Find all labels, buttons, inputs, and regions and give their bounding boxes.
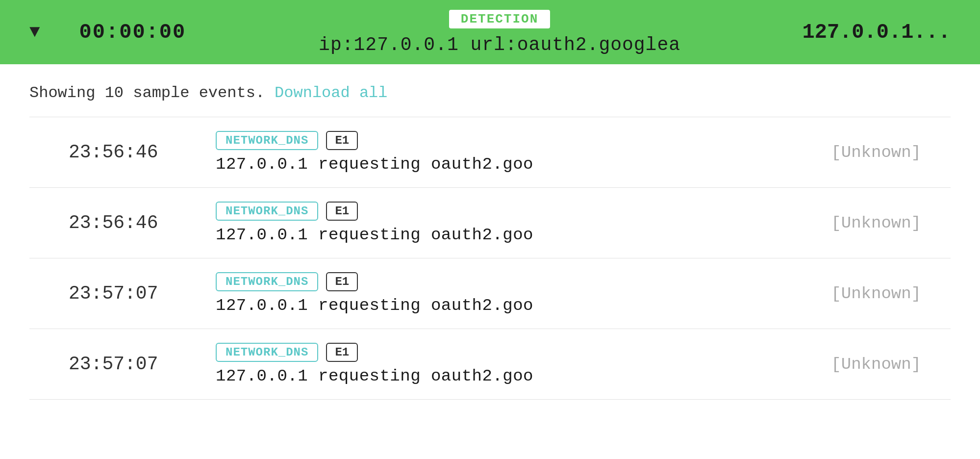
event-status: [Unknown] [813,284,951,303]
network-dns-badge: NETWORK_DNS [216,343,318,362]
e1-badge: E1 [326,202,358,221]
event-badges: NETWORK_DNS E1 [216,343,813,362]
network-dns-badge: NETWORK_DNS [216,272,318,291]
event-status: [Unknown] [813,214,951,232]
event-message: 127.0.0.1 requesting oauth2.goo [216,367,813,385]
event-status: [Unknown] [813,143,951,162]
event-badges: NETWORK_DNS E1 [216,272,813,291]
event-details: NETWORK_DNS E1 127.0.0.1 requesting oaut… [186,343,813,385]
header-row: ▼ 00:00:00 DETECTION ip:127.0.0.1 url:oa… [0,0,980,64]
content-area: Showing 10 sample events. Download all 2… [0,64,980,400]
event-badges: NETWORK_DNS E1 [216,202,813,221]
event-details: NETWORK_DNS E1 127.0.0.1 requesting oaut… [186,272,813,315]
e1-badge: E1 [326,272,358,291]
event-badges: NETWORK_DNS E1 [216,131,813,150]
event-message: 127.0.0.1 requesting oauth2.goo [216,155,813,174]
network-dns-badge: NETWORK_DNS [216,131,318,150]
download-all-link[interactable]: Download all [275,84,387,102]
table-row: 23:56:46 NETWORK_DNS E1 127.0.0.1 reques… [29,117,951,187]
header-time: 00:00:00 [79,21,197,44]
event-time: 23:56:46 [29,212,186,233]
chevron-down-icon[interactable]: ▼ [29,22,40,42]
event-time: 23:57:07 [29,283,186,304]
event-time: 23:57:07 [29,354,186,375]
table-row: 23:56:46 NETWORK_DNS E1 127.0.0.1 reques… [29,187,951,258]
event-details: NETWORK_DNS E1 127.0.0.1 requesting oaut… [186,131,813,174]
table-row: 23:57:07 NETWORK_DNS E1 127.0.0.1 reques… [29,329,951,400]
table-row: 23:57:07 NETWORK_DNS E1 127.0.0.1 reques… [29,258,951,329]
sample-info-row: Showing 10 sample events. Download all [29,84,951,102]
header-description: ip:127.0.0.1 url:oauth2.googlea [319,34,680,55]
event-message: 127.0.0.1 requesting oauth2.goo [216,226,813,244]
e1-badge: E1 [326,131,358,150]
events-list: 23:56:46 NETWORK_DNS E1 127.0.0.1 reques… [29,117,951,400]
sample-text: Showing 10 sample events. [29,84,265,102]
event-details: NETWORK_DNS E1 127.0.0.1 requesting oaut… [186,202,813,244]
header-center: DETECTION ip:127.0.0.1 url:oauth2.google… [226,9,773,55]
e1-badge: E1 [326,343,358,362]
detection-badge: DETECTION [448,9,551,29]
header-ip: 127.0.0.1... [803,21,951,44]
network-dns-badge: NETWORK_DNS [216,202,318,221]
event-message: 127.0.0.1 requesting oauth2.goo [216,296,813,315]
event-time: 23:56:46 [29,142,186,163]
event-status: [Unknown] [813,355,951,374]
